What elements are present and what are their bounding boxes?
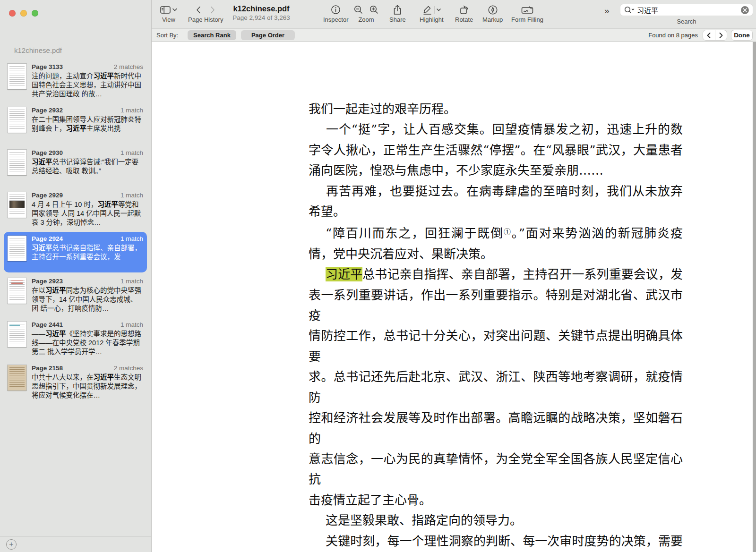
document-text-line: 希望。 [309, 202, 683, 222]
matched-term: 习近平 [94, 72, 114, 80]
result-page-number: Page 3133 [32, 63, 63, 71]
sort-search-rank-button[interactable]: Search Rank [188, 30, 236, 40]
document-text-line: 再苦再难，也要挺过去。在病毒肆虐的至暗时刻，我们从未放弃 [309, 181, 683, 202]
search-label: Search [620, 18, 753, 25]
toolbar: View Page History k12chinese.pdf Page 2,… [152, 0, 756, 29]
window-edge [753, 42, 756, 552]
minimize-window-button[interactable] [20, 10, 27, 17]
document-text-line: 我们一起走过的艰辛历程。 [309, 99, 683, 119]
chevron-left-icon [707, 33, 711, 38]
match-stepper [703, 30, 727, 41]
add-button[interactable]: + [6, 539, 17, 550]
page-thumbnail [8, 192, 26, 218]
share-icon [393, 5, 402, 15]
search-result-item[interactable]: Page 29231 match在以习近平同志为核心的党中央坚强领导下，14 亿… [4, 274, 147, 316]
result-match-count: 1 match [120, 191, 143, 199]
result-text: Page 31332 matches注的问题，主动宣介习近平新时代中国特色社会主… [32, 63, 143, 99]
markup-button[interactable]: Markup [482, 3, 503, 23]
share-button[interactable]: Share [389, 3, 406, 23]
page-thumbnail [8, 64, 26, 89]
matched-term: 习近平 [45, 330, 66, 338]
page-thumbnail [8, 236, 26, 261]
result-text: Page 29301 match习近平总书记谆谆告诫:“我们一定要总结经验、吸取… [32, 149, 143, 184]
result-text: Page 29291 match4 月 4 日上午 10 时，习近平等党和国家领… [32, 191, 143, 227]
result-snippet: 在以习近平同志为核心的党中央坚强领导下，14 亿中国人民众志成城、团 结一心，打… [32, 286, 143, 313]
previous-match-button[interactable] [703, 30, 715, 40]
page-thumbnail [8, 150, 26, 175]
document-text-line: “障百川而东之，回狂澜于既倒①。”面对来势汹汹的新冠肺炎疫 [309, 222, 683, 244]
search-result-item[interactable]: Page 31332 matches注的问题，主动宣介习近平新时代中国特色社会主… [4, 60, 147, 102]
page-thumbnail [8, 278, 26, 304]
view-button[interactable]: View [160, 3, 177, 23]
found-count-label: Found on 8 pages [648, 32, 698, 39]
zoom-in-icon[interactable] [369, 5, 378, 14]
search-input[interactable]: 习近平 [620, 4, 753, 16]
document-text-line: 关键时刻，每一个理性洞察的判断、每一次审时度势的决策，需要 [309, 531, 683, 552]
form-filling-label: Form Filling [511, 16, 543, 23]
result-text: Page 29241 match习近平总书记亲自指挥、亲自部署，主持召开一系列重… [32, 235, 143, 270]
rotate-icon [459, 5, 469, 15]
highlight-label: Highlight [420, 16, 444, 23]
document-text-line: 情，党中央沉着应对、果断决策。 [309, 244, 683, 264]
matched-term: 习近平 [97, 201, 118, 208]
zoom-label: Zoom [358, 16, 374, 23]
sidebar: k12chinese.pdf Page 31332 matches注的问题，主动… [0, 0, 152, 552]
document-text-line: 求。总书记还先后赴北京、武汉、浙江、陕西等地考察调研，就疫情防 [309, 367, 683, 408]
divider [434, 6, 435, 14]
clear-search-button[interactable] [741, 6, 749, 14]
done-button[interactable]: Done [731, 30, 753, 41]
inspector-button[interactable]: Inspector [323, 3, 348, 23]
matched-term: 习近平 [32, 244, 52, 252]
search-query-text: 习近平 [637, 5, 741, 15]
search-highlight: 习近平 [326, 267, 362, 281]
search-result-item[interactable]: Page 29241 match习近平总书记亲自指挥、亲自部署，主持召开一系列重… [4, 232, 147, 272]
result-page-number: Page 2441 [32, 321, 63, 329]
matched-term: 习近平 [32, 158, 52, 166]
footnote-marker: ① [504, 228, 512, 236]
search-result-item[interactable]: Page 24411 match——习近平《坚持实事求是的思想路线——在中央党校… [4, 318, 147, 359]
markup-label: Markup [482, 16, 503, 23]
form-filling-icon [521, 5, 533, 15]
document-text-line: 情防控工作，总书记十分关心，对突出问题、关键节点提出明确具体要 [309, 326, 683, 367]
document-text-line: 涌向医院，惶恐与焦虑中，不少家庭永失至爱亲朋…… [309, 161, 683, 181]
sidebar-document-name: k12chinese.pdf [14, 46, 62, 54]
search-results-bar: Sort By: Search Rank Page Order Found on… [152, 29, 756, 42]
form-filling-button[interactable]: Form Filling [511, 3, 543, 23]
search-result-item[interactable]: Page 21582 matches中共十八大以来，在习近平生态文明思想指引下，… [4, 361, 147, 403]
result-match-count: 1 match [120, 106, 143, 114]
sort-page-order-button[interactable]: Page Order [241, 30, 295, 40]
search-result-item[interactable]: Page 29301 match习近平总书记谆谆告诫:“我们一定要总结经验、吸取… [4, 146, 147, 187]
search-result-item[interactable]: Page 29291 match4 月 4 日上午 10 时，习近平等党和国家领… [4, 188, 147, 230]
chevron-down-icon[interactable] [437, 8, 441, 11]
sidebar-footer: + [0, 536, 151, 552]
rotate-button[interactable]: Rotate [455, 3, 473, 23]
page-thumbnail [8, 107, 26, 133]
result-page-number: Page 2930 [32, 149, 63, 157]
page-thumbnail [8, 322, 26, 347]
sidebar-panel-icon [160, 6, 171, 14]
result-match-count: 1 match [120, 149, 143, 157]
zoom-control: Zoom [354, 3, 378, 23]
zoom-out-icon[interactable] [354, 5, 363, 14]
toolbar-overflow-icon[interactable]: ›› [604, 6, 609, 16]
document-text-line: 习近平总书记亲自指挥、亲自部署，主持召开一系列重要会议，发 [309, 264, 683, 285]
result-page-number: Page 2929 [32, 191, 63, 199]
result-page-number: Page 2924 [32, 235, 63, 243]
document-text-line: 字令人揪心，正常生产生活骤然“停摆”。在“风暴眼”武汉，大量患者 [309, 140, 683, 161]
info-icon [331, 5, 341, 15]
close-window-button[interactable] [9, 10, 16, 17]
result-text: Page 29321 match在二十国集团领导人应对新冠肺炎特别峰会上，习近平… [32, 106, 143, 141]
document-text-line: 意志信念，一心为民的真挚情怀，为全党全军全国各族人民坚定信心抗 [309, 449, 683, 490]
search-icon [624, 6, 635, 14]
next-match-button[interactable] [715, 30, 727, 40]
view-label: View [162, 16, 175, 23]
document-text-line: 击疫情立起了主心骨。 [309, 490, 683, 510]
zoom-window-button[interactable] [32, 10, 38, 17]
result-text: Page 29231 match在以习近平同志为核心的党中央坚强领导下，14 亿… [32, 277, 143, 313]
highlight-button[interactable]: Highlight [420, 3, 444, 23]
search-result-item[interactable]: Page 29321 match在二十国集团领导人应对新冠肺炎特别峰会上，习近平… [4, 103, 147, 144]
inspector-label: Inspector [323, 16, 348, 23]
title-block: k12chinese.pdf Page 2,924 of 3,263 [200, 4, 323, 21]
result-match-count: 2 matches [114, 364, 143, 372]
result-snippet: 习近平总书记亲自指挥、亲自部署，主持召开一系列重要会议，发 [32, 244, 143, 262]
